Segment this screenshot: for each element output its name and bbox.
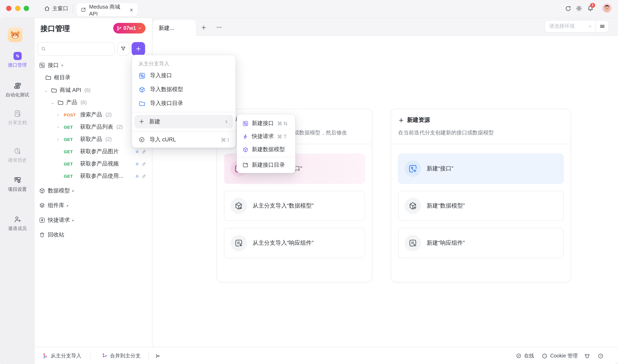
collapse-sidebar-button[interactable] (155, 347, 161, 364)
rail-item-request-history[interactable]: 请求历史 (0, 147, 35, 163)
tree-node-get-product-list[interactable]: › GET 获取产品列表 (2) (57, 122, 123, 132)
import-curl-icon (139, 136, 145, 143)
online-status[interactable]: 在线 (516, 347, 534, 364)
card-new-resource: 新建资源 在当前迭代分支创建新的接口或数据模型 新建“接口” 新建“数据模型” (391, 109, 571, 282)
action-import-model[interactable]: 从主分支导入“数据模型” (224, 191, 365, 221)
tree-label: 商城 API (60, 87, 81, 94)
folder-icon (45, 74, 52, 81)
test-stack-icon (13, 82, 21, 90)
rail-item-share-docs[interactable]: 分享文档 (0, 109, 35, 126)
git-branch-icon (117, 26, 122, 31)
environment-selector[interactable]: 请选择环境 (544, 20, 609, 33)
rail-item-automated-testing[interactable]: 自动化测试 (0, 82, 35, 98)
link-icon[interactable] (141, 173, 146, 179)
statusbar-merge-to-main[interactable]: 合并到主分支 (102, 347, 141, 364)
action-import-response-component[interactable]: R 从主分支导入“响应组件” (224, 228, 365, 258)
close-icon[interactable] (129, 8, 134, 12)
search-input[interactable] (49, 46, 111, 52)
modified-dot (136, 150, 139, 153)
section-component-library[interactable]: 组件库 ▸ (39, 200, 69, 211)
tree-node-apis[interactable]: 接口 ▾ (39, 60, 63, 71)
tree-label: 获取参产品使用... (80, 172, 133, 180)
layout-menu-button[interactable] (596, 23, 609, 29)
menu-item-import-curl[interactable]: 导入 cURL ⌘ I (134, 134, 233, 145)
sync-button[interactable] (565, 5, 571, 12)
menu-item-import-folder[interactable]: 导入接口目录 (134, 98, 233, 109)
menu-item-label: 导入数据模型 (150, 86, 183, 93)
section-recycle-bin[interactable]: 回收站 (39, 230, 64, 240)
tree-node-root-folder[interactable]: 根目录 (45, 72, 70, 83)
action-new-api[interactable]: 新建“接口” (398, 154, 564, 184)
window-close-button[interactable] (6, 5, 12, 11)
document-tab[interactable]: Medusa 商城 API (77, 3, 138, 16)
svg-text:R: R (411, 241, 414, 245)
rail-label: 自动化测试 (0, 92, 35, 98)
action-new-response-component[interactable]: R 新建“响应组件” (398, 228, 564, 258)
add-dropdown-menu: 从主分支导入 导入接口 导入数据模型 导入接口目录 新建 (131, 55, 236, 148)
tree-label: 获取产品列表 (80, 123, 113, 131)
icon-circle (405, 198, 421, 214)
statusbar-import-from-main[interactable]: 从主分支导入 (42, 347, 81, 364)
rail-item-project-settings[interactable]: 项目设置 (0, 176, 35, 192)
new-tab-button[interactable] (199, 23, 208, 32)
tab-new[interactable]: 新建... (153, 20, 196, 36)
section-data-models[interactable]: 数据模型 ▸ (39, 185, 74, 196)
settings-button[interactable] (576, 5, 582, 12)
document-tab-label: Medusa 商城 API (89, 3, 126, 16)
plus-icon (139, 118, 145, 125)
modified-dot (136, 175, 139, 178)
search-box[interactable] (37, 42, 115, 56)
filter-button[interactable] (117, 42, 129, 56)
response-download-icon: R (234, 239, 243, 247)
add-button[interactable] (131, 42, 145, 56)
tree-node-mall-api[interactable]: ⌄ 商城 API (6) (44, 85, 91, 96)
section-quick-request[interactable]: 快捷请求 ▸ (39, 215, 74, 225)
tree-node-get-product[interactable]: › GET 获取产品 (2) (57, 134, 112, 145)
section-label: 快捷请求 (48, 217, 70, 224)
cube-icon (139, 86, 145, 93)
tree-node-get-product-usage[interactable]: GET 获取参产品使用... (64, 171, 146, 182)
statusbar-divider (90, 352, 91, 359)
notification-badge: 1 (590, 3, 595, 8)
help-button[interactable]: ? (598, 347, 604, 364)
submenu-item-new-folder[interactable]: 新建接口目录 (239, 160, 293, 170)
avatar-image (603, 4, 611, 13)
tree-node-products[interactable]: ⌄ 产品 (6) (51, 97, 87, 108)
tree-node-get-product-videos[interactable]: GET 获取参产品视频 (64, 158, 146, 169)
statusbar-label: Cookie 管理 (550, 352, 578, 359)
menu-item-new[interactable]: 新建 (134, 115, 233, 128)
link-icon[interactable] (141, 161, 146, 167)
menu-item-import-api[interactable]: 导入接口 (134, 70, 233, 81)
theme-button[interactable] (584, 347, 590, 364)
action-new-model[interactable]: 新建“数据模型” (398, 191, 564, 221)
layers-icon (39, 202, 45, 209)
cookie-manager-button[interactable]: Cookie 管理 (541, 347, 578, 364)
tree-node-search-products[interactable]: › POST 搜索产品 (2) (57, 109, 112, 120)
help-icon: ? (598, 353, 604, 359)
tab-options-button[interactable] (215, 23, 224, 32)
submenu-item-new-model[interactable]: 新建数据模型 (239, 144, 293, 155)
method-badge: GET (64, 161, 78, 166)
submenu-item-label: 快捷请求 (252, 133, 274, 140)
chevron-down-icon (138, 26, 142, 30)
method-badge: GET (64, 174, 78, 179)
tree-node-get-product-images[interactable]: GET 获取参产品图片 (64, 146, 146, 157)
svg-text:?: ? (600, 354, 602, 357)
window-zoom-button[interactable] (24, 5, 29, 11)
history-icon (13, 147, 21, 155)
menu-item-import-model[interactable]: 导入数据模型 (134, 84, 233, 95)
rail-item-invite-members[interactable]: 邀请成员 (0, 215, 35, 232)
window-minimize-button[interactable] (15, 5, 20, 11)
rail-item-api-management[interactable]: 接口管理 (0, 52, 35, 68)
folder-icon (51, 87, 57, 93)
submenu-item-new-api[interactable]: 新建接口 ⌘ N (239, 118, 293, 129)
project-logo[interactable] (8, 27, 23, 42)
submenu-item-quick-request[interactable]: 快捷请求 ⌘ T (239, 131, 293, 142)
link-icon[interactable] (141, 149, 146, 154)
branch-badge-label: 07w1 (123, 25, 136, 31)
main-window-tab[interactable]: 主窗口 (44, 5, 68, 12)
avatar[interactable] (603, 4, 611, 13)
branch-badge[interactable]: 07w1 (113, 23, 145, 34)
titlebar-divider (73, 5, 73, 13)
api-management-icon (13, 52, 21, 60)
